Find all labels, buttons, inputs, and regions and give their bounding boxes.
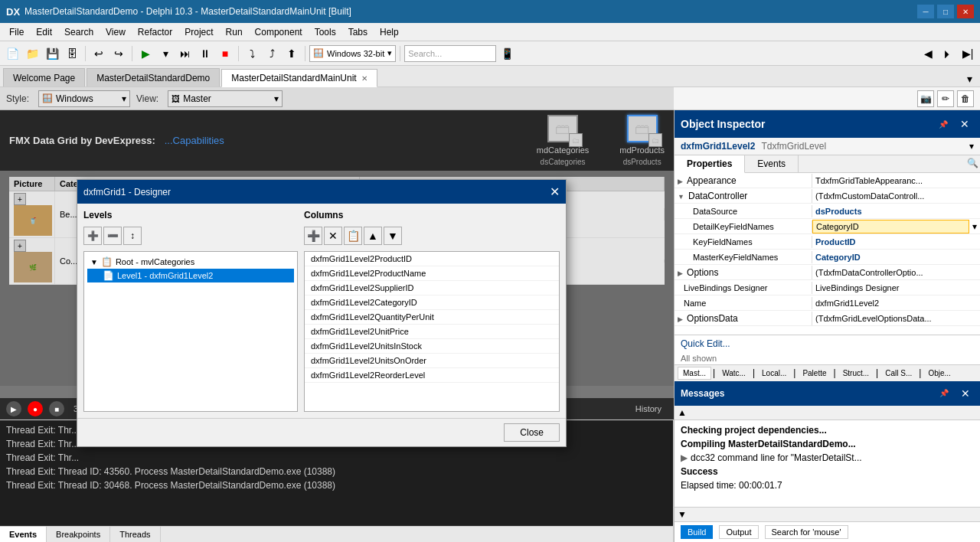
nav-tab-watc[interactable]: Watc... xyxy=(717,367,751,380)
col-item-supplierid[interactable]: dxfmGrid1Level2SupplierID xyxy=(305,281,559,295)
msg-tab-output[interactable]: Output xyxy=(719,525,758,539)
help-search-btn[interactable]: ▶| xyxy=(959,44,977,63)
col-up-btn[interactable]: ▲ xyxy=(364,227,382,245)
tab-welcome[interactable]: Welcome Page xyxy=(3,68,85,87)
platform-dropdown[interactable]: 🪟 Windows 32-bit ▾ xyxy=(309,45,396,62)
events-tab-events[interactable]: Events xyxy=(0,527,47,542)
redo-btn[interactable]: ↪ xyxy=(109,44,128,63)
col-item-unitprice[interactable]: dxfmGrid1Level2UnitPrice xyxy=(305,325,559,339)
messages-scroll-down[interactable]: ▼ xyxy=(678,509,687,520)
back-btn[interactable]: ◀ xyxy=(919,44,937,63)
phone-btn[interactable]: 📱 xyxy=(498,44,516,63)
messages-close-btn[interactable]: ✕ xyxy=(956,384,975,403)
step3-btn[interactable]: ⤴ xyxy=(263,44,281,63)
oi-pin-btn[interactable]: 📌 xyxy=(934,115,952,133)
expand-arrow-optionsdata[interactable]: ▶ xyxy=(678,315,683,323)
expand-arrow-appearance[interactable]: ▶ xyxy=(678,178,683,185)
oi-search-btn[interactable]: 🔍 xyxy=(965,155,980,171)
msg-tab-build[interactable]: Build xyxy=(681,525,713,539)
oi-close-btn[interactable]: ✕ xyxy=(956,115,974,133)
msg-tab-search[interactable]: Search for 'mouse' xyxy=(765,525,848,539)
run-dropdown-btn[interactable]: ▾ xyxy=(156,44,175,63)
tree-remove-btn[interactable]: ➖ xyxy=(103,227,122,245)
col-item-quantityperunit[interactable]: dxfmGrid1Level2QuantityPerUnit xyxy=(305,310,559,325)
tree-expand-root[interactable]: ▼ xyxy=(90,258,98,266)
col-item-productid[interactable]: dxfmGrid1Level2ProductID xyxy=(305,252,559,266)
oi-tab-properties[interactable]: Properties xyxy=(675,155,745,173)
nav-tab-mast[interactable]: Mast... xyxy=(678,367,711,380)
save-all-btn[interactable]: 🗄 xyxy=(63,44,81,63)
col-down-btn[interactable]: ▼ xyxy=(384,227,402,245)
col-item-unitsonorder[interactable]: dxfmGrid1Level2UnitsOnOrder xyxy=(305,354,559,368)
messages-pin-btn[interactable]: 📌 xyxy=(935,384,953,403)
menu-tools[interactable]: Tools xyxy=(309,23,342,41)
style-icon-btn-1[interactable]: 📷 xyxy=(917,90,934,107)
messages-scroll-up[interactable]: ▲ xyxy=(678,407,687,418)
stop-btn[interactable]: ■ xyxy=(216,44,234,63)
col-item-categoryid[interactable]: dxfmGrid1Level2CategoryID xyxy=(305,295,559,310)
nav-tab-calls[interactable]: Call S... xyxy=(880,367,917,380)
new-btn[interactable]: 📄 xyxy=(3,44,21,63)
nav-tab-local[interactable]: Local... xyxy=(756,367,792,380)
tree-move-btn[interactable]: ↕ xyxy=(123,227,142,245)
col-item-unitsinstock[interactable]: dxfmGrid1Level2UnitsInStock xyxy=(305,339,559,354)
stop-anim-btn[interactable]: ■ xyxy=(49,401,64,416)
col-remove-btn[interactable]: ✕ xyxy=(324,227,342,245)
pause-btn[interactable]: ⏸ xyxy=(196,44,214,63)
open-btn[interactable]: 📁 xyxy=(23,44,41,63)
nav-tab-palette[interactable]: Palette xyxy=(797,367,831,380)
menu-refactor[interactable]: Refactor xyxy=(132,23,178,41)
undo-btn[interactable]: ↩ xyxy=(90,44,108,63)
record-btn[interactable]: ● xyxy=(28,401,43,416)
play-btn[interactable]: ▶ xyxy=(6,401,21,416)
menu-view[interactable]: View xyxy=(100,23,132,41)
style-icon-btn-3[interactable]: 🗑 xyxy=(957,90,974,107)
oi-dropdown-btn[interactable]: ▾ xyxy=(969,141,974,152)
tree-item-root[interactable]: ▼ 📋 Root - mvlCategories xyxy=(87,255,294,269)
save-btn[interactable]: 💾 xyxy=(43,44,61,63)
menu-tabs[interactable]: Tabs xyxy=(342,23,374,41)
msg-expand-icon[interactable]: ▶ xyxy=(681,452,688,463)
menu-edit[interactable]: Edit xyxy=(30,23,58,41)
col-item-productname[interactable]: dxfmGrid1Level2ProductName xyxy=(305,266,559,281)
dialog-close-button[interactable]: Close xyxy=(504,423,560,442)
maximize-button[interactable]: □ xyxy=(937,5,954,18)
prop-value-detailkey[interactable]: CategoryID xyxy=(812,220,969,233)
close-button[interactable]: ✕ xyxy=(957,5,974,18)
messages-scroll-down-ctrl: ▼ xyxy=(675,507,980,521)
menu-component[interactable]: Component xyxy=(249,23,309,41)
nav-tab-struct[interactable]: Struct... xyxy=(838,367,874,380)
tree-item-level1[interactable]: 📄 Level1 - dxfmGrid1Level2 xyxy=(87,269,294,282)
col-item-reorderlevel[interactable]: dxfmGrid1Level2ReorderLevel xyxy=(305,368,559,383)
run-btn[interactable]: ▶ xyxy=(136,44,155,63)
menu-search[interactable]: Search xyxy=(58,23,100,41)
tab-mainunit[interactable]: MasterDetailStandardMainUnit ✕ xyxy=(221,69,377,87)
expand-arrow-options[interactable]: ▶ xyxy=(678,269,683,277)
detailkey-dropdown-icon[interactable]: ▾ xyxy=(969,221,980,232)
minimize-button[interactable]: ─ xyxy=(917,5,934,18)
menu-project[interactable]: Project xyxy=(178,23,219,41)
fwd-btn[interactable]: ⏵ xyxy=(939,44,957,63)
expand-arrow-datacontroller[interactable]: ▼ xyxy=(678,193,684,201)
style-icon-btn-2[interactable]: ✏ xyxy=(937,90,954,107)
step-btn[interactable]: ⏭ xyxy=(176,44,194,63)
tab-mainunit-close[interactable]: ✕ xyxy=(361,74,368,83)
step4-btn[interactable]: ⬆ xyxy=(283,44,301,63)
events-tab-breakpoints[interactable]: Breakpoints xyxy=(47,527,110,542)
levels-section: Levels ➕ ➖ ↕ ▼ 📋 Root - mvlCategories 📄 … xyxy=(83,210,298,412)
col-add-btn[interactable]: ➕ xyxy=(304,227,322,245)
dialog-close-btn[interactable]: ✕ xyxy=(550,184,560,199)
nav-tab-obje[interactable]: Obje... xyxy=(923,367,956,380)
tab-expand-btn[interactable]: ▾ xyxy=(962,71,977,87)
oi-tab-events[interactable]: Events xyxy=(745,155,799,172)
step2-btn[interactable]: ⤵ xyxy=(243,44,261,63)
tab-demo[interactable]: MasterDetailStandardDemo xyxy=(87,68,220,87)
search-dropdown[interactable]: Search... xyxy=(404,45,496,62)
tree-add-btn[interactable]: ➕ xyxy=(83,227,102,245)
menu-run[interactable]: Run xyxy=(220,23,249,41)
oi-quick-edit[interactable]: Quick Edit... xyxy=(675,335,980,352)
events-tab-threads[interactable]: Threads xyxy=(110,527,160,542)
menu-file[interactable]: File xyxy=(3,23,30,41)
menu-help[interactable]: Help xyxy=(374,23,405,41)
col-edit-btn[interactable]: 📋 xyxy=(344,227,362,245)
